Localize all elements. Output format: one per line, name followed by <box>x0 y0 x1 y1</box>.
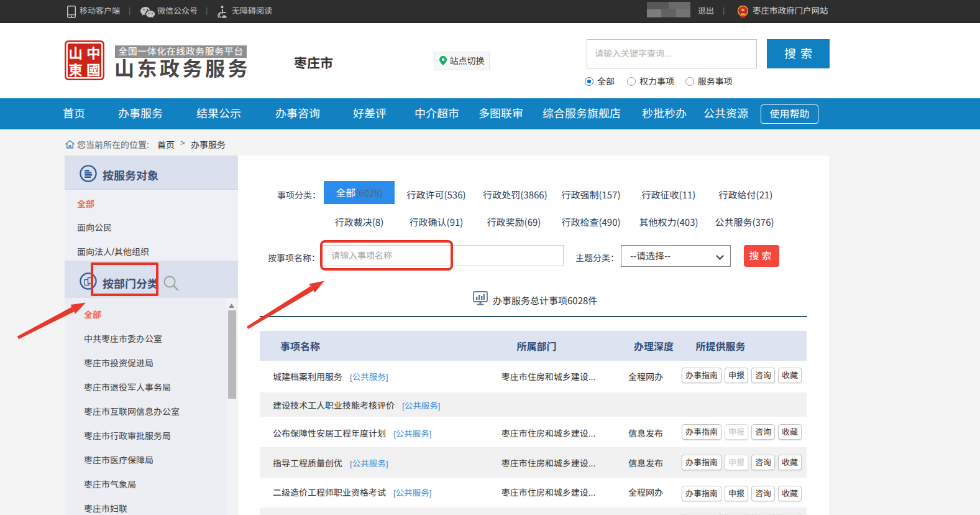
svg-text:國: 國 <box>86 59 101 80</box>
svg-text:東: 東 <box>68 59 83 80</box>
